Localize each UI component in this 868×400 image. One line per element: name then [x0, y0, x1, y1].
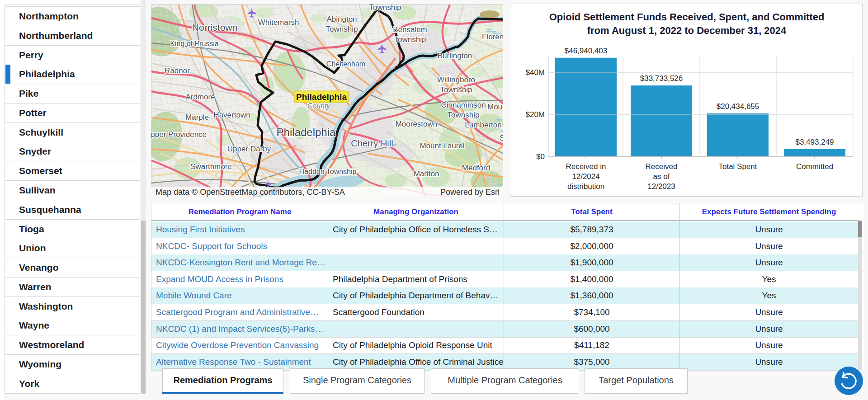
- svg-text:$20,434,655: $20,434,655: [717, 102, 760, 111]
- svg-text:Whitemarsh: Whitemarsh: [258, 18, 299, 27]
- svg-text:King of Prussia: King of Prussia: [170, 40, 219, 47]
- svg-text:as of: as of: [653, 172, 670, 181]
- svg-text:Committed: Committed: [796, 162, 833, 171]
- svg-text:Philadelphia: Philadelphia: [296, 92, 347, 102]
- svg-text:$33,733,526: $33,733,526: [640, 74, 683, 83]
- svg-text:Bensalem: Bensalem: [393, 25, 427, 34]
- svg-text:Mount Ho: Mount Ho: [487, 103, 503, 111]
- svg-text:Philadelphia: Philadelphia: [277, 126, 336, 138]
- svg-text:Medford: Medford: [462, 164, 490, 172]
- svg-text:Township: Township: [394, 35, 426, 44]
- svg-text:Willingboro: Willingboro: [437, 75, 475, 84]
- svg-text:Abington: Abington: [326, 15, 357, 24]
- svg-text:Swarthmore: Swarthmore: [190, 162, 232, 171]
- svg-text:Marlton: Marlton: [414, 169, 439, 178]
- svg-text:Cinnaminson: Cinnaminson: [441, 101, 486, 109]
- svg-text:Cherry Hill: Cherry Hill: [351, 138, 393, 148]
- svg-text:distribution: distribution: [567, 182, 604, 191]
- svg-text:Haddon Township: Haddon Township: [299, 168, 357, 175]
- svg-text:Moorestown: Moorestown: [396, 120, 438, 128]
- svg-text:Lumberton: Lumberton: [465, 121, 501, 129]
- svg-text:Radnor: Radnor: [165, 66, 190, 75]
- svg-text:Received: Received: [646, 162, 678, 171]
- svg-text:Florence Tow: Florence Tow: [482, 33, 503, 41]
- svg-text:Received in: Received in: [566, 162, 606, 171]
- svg-text:Township: Township: [448, 111, 480, 119]
- svg-text:Cheltenham: Cheltenham: [326, 60, 365, 68]
- svg-text:$20M: $20M: [525, 110, 545, 119]
- svg-text:Ardmore: Ardmore: [185, 93, 215, 101]
- svg-text:Township: Township: [440, 85, 472, 94]
- svg-text:$40M: $40M: [525, 68, 545, 77]
- svg-text:$0: $0: [536, 152, 545, 161]
- svg-text:So: So: [500, 134, 503, 142]
- svg-text:12/2023: 12/2023: [647, 182, 675, 191]
- svg-text:$46,940,403: $46,940,403: [565, 47, 608, 55]
- svg-text:Upper Providence: Upper Providence: [151, 130, 207, 139]
- svg-text:County: County: [307, 102, 331, 110]
- svg-text:Township: Township: [369, 5, 401, 12]
- svg-text:Mount Laurel: Mount Laurel: [420, 141, 464, 150]
- svg-text:Norristown: Norristown: [192, 22, 237, 33]
- svg-text:Upper Darby: Upper Darby: [227, 145, 271, 153]
- svg-text:Havertown: Havertown: [213, 111, 250, 119]
- svg-text:Burlington: Burlington: [438, 52, 472, 60]
- svg-text:12/2024: 12/2024: [572, 172, 599, 181]
- svg-text:$3,493,249: $3,493,249: [795, 138, 834, 146]
- svg-text:Township: Township: [326, 25, 358, 33]
- svg-text:Marple: Marple: [185, 113, 209, 122]
- svg-text:Total Spent: Total Spent: [718, 162, 757, 171]
